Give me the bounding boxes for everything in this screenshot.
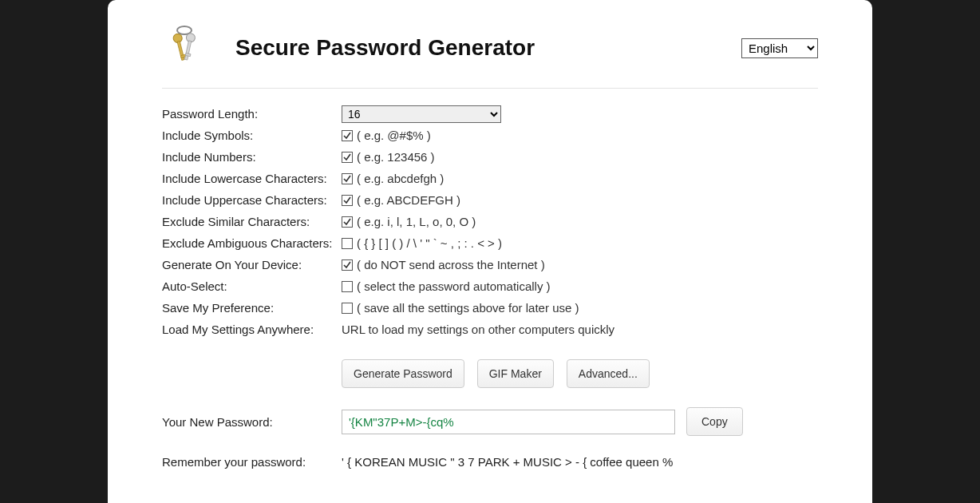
exclude-ambiguous-checkbox[interactable] bbox=[342, 238, 353, 249]
auto-select-label: Auto-Select: bbox=[162, 279, 342, 293]
numbers-checkbox[interactable] bbox=[342, 152, 353, 163]
length-label: Password Length: bbox=[162, 107, 342, 121]
numbers-label: Include Numbers: bbox=[162, 150, 342, 164]
symbols-hint: ( e.g. @#$% ) bbox=[357, 129, 431, 142]
exclude-similar-hint: ( e.g. i, l, 1, L, o, 0, O ) bbox=[357, 215, 476, 228]
exclude-ambiguous-label: Exclude Ambiguous Characters: bbox=[162, 236, 342, 250]
page-title: Secure Password Generator bbox=[235, 35, 741, 61]
save-pref-hint: ( save all the settings above for later … bbox=[357, 301, 579, 315]
generate-local-label: Generate On Your Device: bbox=[162, 258, 342, 271]
numbers-hint: ( e.g. 123456 ) bbox=[357, 150, 435, 164]
symbols-label: Include Symbols: bbox=[162, 129, 342, 142]
header: Secure Password Generator English bbox=[162, 22, 818, 89]
length-select[interactable]: 16 bbox=[342, 105, 501, 123]
generate-local-hint: ( do NOT send across the Internet ) bbox=[357, 258, 545, 271]
lowercase-checkbox[interactable] bbox=[342, 173, 353, 184]
uppercase-label: Include Uppercase Characters: bbox=[162, 193, 342, 207]
keys-icon bbox=[162, 22, 207, 73]
svg-rect-5 bbox=[184, 41, 191, 60]
language-select[interactable]: English bbox=[741, 38, 818, 58]
save-pref-label: Save My Preference: bbox=[162, 301, 342, 315]
mnemonic-label: Remember your password: bbox=[162, 455, 342, 469]
mnemonic-text: ' { KOREAN MUSIC " 3 7 PARK + MUSIC > - … bbox=[342, 455, 818, 469]
exclude-similar-checkbox[interactable] bbox=[342, 216, 353, 228]
gif-maker-button[interactable]: GIF Maker bbox=[477, 359, 554, 388]
load-anywhere-hint: URL to load my settings on other compute… bbox=[342, 323, 614, 336]
exclude-ambiguous-hint: ( { } [ ] ( ) / \ ' " ` ~ , ; : . < > ) bbox=[357, 236, 502, 250]
password-output[interactable] bbox=[342, 410, 675, 434]
uppercase-checkbox[interactable] bbox=[342, 195, 353, 206]
copy-button[interactable]: Copy bbox=[686, 407, 743, 436]
new-password-label: Your New Password: bbox=[162, 415, 342, 429]
uppercase-hint: ( e.g. ABCDEFGH ) bbox=[357, 193, 460, 207]
generate-local-checkbox[interactable] bbox=[342, 259, 353, 271]
lowercase-hint: ( e.g. abcdefgh ) bbox=[357, 172, 444, 185]
auto-select-hint: ( select the password automatically ) bbox=[357, 279, 551, 293]
advanced-button[interactable]: Advanced... bbox=[567, 359, 650, 388]
exclude-similar-label: Exclude Similar Characters: bbox=[162, 215, 342, 228]
symbols-checkbox[interactable] bbox=[342, 130, 353, 141]
lowercase-label: Include Lowercase Characters: bbox=[162, 172, 342, 185]
save-pref-checkbox[interactable] bbox=[342, 303, 353, 314]
generate-button[interactable]: Generate Password bbox=[342, 359, 464, 388]
load-anywhere-label: Load My Settings Anywhere: bbox=[162, 323, 342, 336]
svg-point-0 bbox=[177, 26, 192, 34]
auto-select-checkbox[interactable] bbox=[342, 281, 353, 292]
